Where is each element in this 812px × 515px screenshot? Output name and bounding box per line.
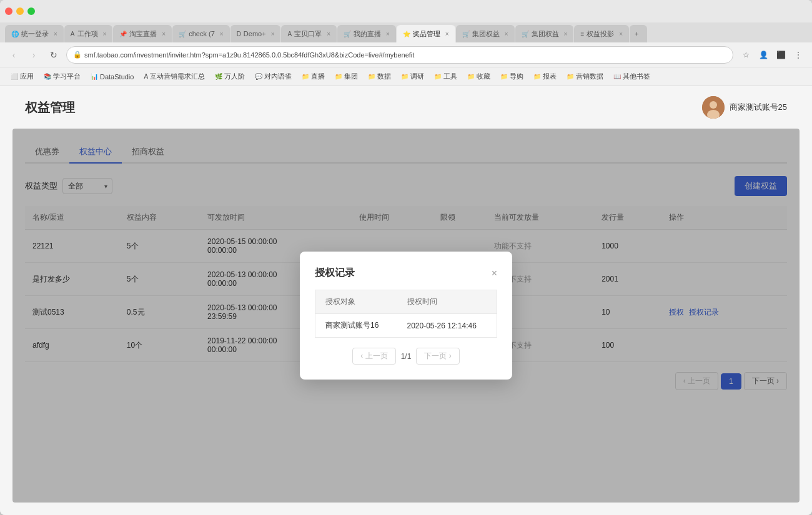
browser-tab-3[interactable]: 📌 淘宝直播 × (113, 25, 172, 42)
new-tab-button[interactable]: + (630, 25, 647, 42)
browser-tab-5[interactable]: D Demo+ × (230, 25, 281, 42)
tab-icon-8: ⭐ (403, 31, 410, 37)
back-button[interactable]: ‹ (6, 47, 21, 62)
page-header: 权益管理 商家测试账号25 (0, 86, 812, 129)
modal-prev-button[interactable]: ‹ 上一页 (352, 348, 395, 365)
wanren-icon: 🌿 (215, 73, 222, 80)
url-text: smf.taobao.com/investment/inviter.htm?sp… (84, 51, 726, 59)
modal-close-button[interactable]: × (492, 268, 497, 278)
bookmark-wanren[interactable]: 🌿 万人阶 (210, 70, 249, 83)
tab-icon-11: ≡ (580, 31, 584, 37)
username: 商家测试账号25 (730, 102, 787, 113)
url-bar[interactable]: 🔒 smf.taobao.com/investment/inviter.htm?… (66, 46, 733, 64)
maximize-traffic-light[interactable] (27, 7, 35, 15)
interactive-icon: A (144, 73, 148, 80)
browser-tab-4[interactable]: 🛒 check (7 × (172, 25, 229, 42)
bookmark-folder-marketing[interactable]: 📁 营销数据 (562, 70, 608, 83)
authorization-records-modal: 授权记录 × 授权对象 授权时间 商家测试账号16 (300, 252, 512, 380)
tab-icon-3: 📌 (119, 31, 127, 37)
folder-shopping-icon: 📁 (500, 73, 508, 80)
modal-col-target: 授权对象 (315, 290, 397, 314)
browser-tab-7[interactable]: 🛒 我的直播 × (337, 25, 396, 42)
tab-icon-4: 🛒 (179, 31, 186, 37)
tab-close-11[interactable]: × (619, 31, 623, 37)
refresh-button[interactable]: ↻ (46, 47, 61, 62)
modal-time-cell: 2020-05-26 12:14:46 (397, 314, 497, 338)
close-traffic-light[interactable] (5, 7, 12, 15)
browser-tab-10[interactable]: 🛒 集团权益 × (515, 25, 574, 42)
tab-close-1[interactable]: × (54, 31, 57, 37)
forward-button[interactable]: › (26, 47, 41, 62)
browser-tabs-bar: 🌐 统一登录 × A 工作项 × 📌 淘宝直播 × 🛒 check (7 × D… (0, 22, 812, 42)
modal-overlay: 授权记录 × 授权对象 授权时间 商家测试账号16 (12, 129, 800, 503)
traffic-lights (5, 7, 35, 15)
browser-tab-8[interactable]: ⭐ 奖品管理 × (397, 25, 455, 42)
browser-window: 🌐 统一登录 × A 工作项 × 📌 淘宝直播 × 🛒 check (7 × D… (0, 0, 812, 515)
svg-point-1 (710, 101, 717, 109)
bookmark-folder-data[interactable]: 📁 数据 (364, 70, 395, 83)
bookmarks-bar: ⬜ 应用 📚 学习平台 📊 DataStudio A 互动营销需求汇总 🌿 万人… (0, 67, 812, 86)
bookmark-yuque[interactable]: 💬 对内语雀 (250, 70, 296, 83)
tab-close-6[interactable]: × (327, 31, 330, 37)
modal-page-info: 1/1 (401, 352, 412, 361)
modal-header: 授权记录 × (315, 267, 497, 280)
browser-tab-6[interactable]: A 宝贝口罩 × (281, 25, 337, 42)
bookmark-learning[interactable]: 📚 学习平台 (39, 70, 85, 83)
bookmark-datastudio[interactable]: 📊 DataStudio (86, 71, 138, 82)
modal-table: 授权对象 授权时间 商家测试账号16 2020-05-26 12:14:46 (315, 290, 497, 338)
modal-next-button[interactable]: 下一页 › (416, 348, 459, 365)
browser-tab-2[interactable]: A 工作项 × (64, 25, 113, 42)
addressbar: ‹ › ↻ 🔒 smf.taobao.com/investment/invite… (0, 42, 812, 67)
extensions-icon[interactable]: ⬛ (773, 47, 788, 62)
tab-close-5[interactable]: × (271, 31, 275, 37)
tab-icon-6: A (287, 31, 292, 37)
bookmark-folder-research[interactable]: 📁 调研 (397, 70, 428, 83)
bookmark-interactive[interactable]: A 互动营销需求汇总 (139, 70, 209, 83)
bookmark-folder-live[interactable]: 📁 直播 (297, 70, 329, 83)
minimize-traffic-light[interactable] (16, 7, 24, 15)
other-bookmarks-icon: 📖 (613, 73, 621, 80)
lock-icon: 🔒 (73, 51, 82, 59)
profile-icon[interactable]: 👤 (756, 47, 771, 62)
tab-close-3[interactable]: × (162, 31, 166, 37)
page-content: 权益管理 商家测试账号25 优惠券 权益中心 招商权益 (0, 86, 812, 515)
browser-actions: ☆ 👤 ⬛ ⋮ (738, 47, 806, 62)
tab-icon-2: A (71, 31, 75, 37)
bookmark-folder-reports[interactable]: 📁 报表 (529, 70, 561, 83)
tab-close-10[interactable]: × (564, 31, 568, 37)
bookmark-folder-favorites[interactable]: 📁 收藏 (463, 70, 495, 83)
tab-icon-9: 🛒 (462, 31, 470, 37)
browser-tab-1[interactable]: 🌐 统一登录 × (5, 25, 64, 42)
bookmark-star-icon[interactable]: ☆ (738, 47, 753, 62)
folder-tools-icon: 📁 (434, 73, 442, 80)
tab-close-7[interactable]: × (386, 31, 390, 37)
folder-research-icon: 📁 (401, 73, 408, 80)
tab-close-8[interactable]: × (445, 31, 449, 37)
modal-target-cell: 商家测试账号16 (315, 314, 397, 338)
bookmark-folder-group[interactable]: 📁 集团 (330, 70, 362, 83)
tab-icon-10: 🛒 (522, 31, 529, 37)
browser-tab-11[interactable]: ≡ 权益投影 × (574, 25, 629, 42)
bookmark-folder-shopping[interactable]: 📁 导购 (496, 70, 528, 83)
menu-icon[interactable]: ⋮ (791, 47, 806, 62)
avatar (702, 96, 725, 119)
apps-icon: ⬜ (11, 73, 18, 80)
bookmark-apps[interactable]: ⬜ 应用 (6, 70, 38, 83)
modal-table-row: 商家测试账号16 2020-05-26 12:14:46 (315, 314, 497, 338)
page-title: 权益管理 (25, 99, 75, 116)
bookmark-folder-tools[interactable]: 📁 工具 (430, 70, 462, 83)
tab-close-9[interactable]: × (505, 31, 508, 37)
main-content: 优惠券 权益中心 招商权益 权益类型 全部 创建权益 (12, 129, 800, 503)
tab-close-4[interactable]: × (220, 31, 224, 37)
tab-icon-1: 🌐 (11, 31, 19, 37)
tab-icon-5: D (237, 31, 241, 37)
learning-icon: 📚 (44, 73, 51, 80)
tab-close-2[interactable]: × (103, 31, 107, 37)
tab-icon-7: 🛒 (344, 31, 351, 37)
bookmark-other[interactable]: 📖 其他书签 (609, 70, 655, 83)
browser-tab-9[interactable]: 🛒 集团权益 × (456, 25, 515, 42)
folder-data-icon: 📁 (368, 73, 375, 80)
yuque-icon: 💬 (255, 73, 262, 80)
folder-favorites-icon: 📁 (467, 73, 475, 80)
user-info: 商家测试账号25 (702, 96, 787, 119)
